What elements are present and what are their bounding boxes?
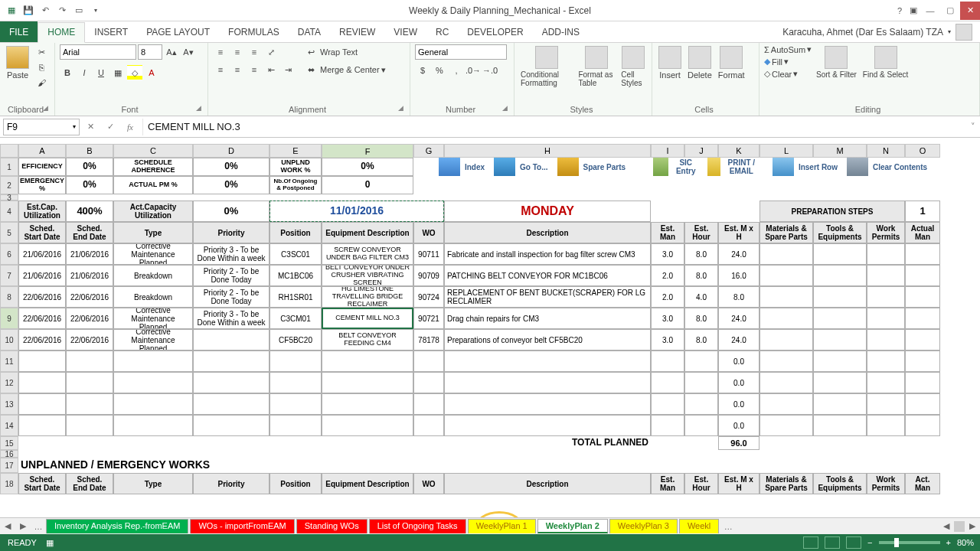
table-cell[interactable]: 8.0 xyxy=(684,308,718,329)
table-cell[interactable]: 0.0 xyxy=(718,415,760,436)
table-cell[interactable] xyxy=(905,265,940,286)
row-6[interactable]: 6 xyxy=(0,243,18,265)
row-4[interactable]: 4 xyxy=(0,201,18,222)
table-cell[interactable]: 22/06/2016 xyxy=(66,308,113,329)
row-7[interactable]: 7 xyxy=(0,265,18,286)
table-cell[interactable]: 21/06/2016 xyxy=(18,243,66,265)
hscroll-right-icon[interactable]: ▶ xyxy=(965,521,980,531)
align-center-icon[interactable]: ≡ xyxy=(230,62,245,77)
currency-icon[interactable]: $ xyxy=(415,63,430,78)
kpi-actualpm-value[interactable]: 0% xyxy=(193,176,270,194)
align-mid-icon[interactable]: ≡ xyxy=(230,44,245,60)
font-launcher-icon[interactable]: ◢ xyxy=(196,104,205,113)
qa-more-icon[interactable]: ▭ xyxy=(72,4,86,18)
row-14[interactable]: 14 xyxy=(0,415,18,436)
merge-center-button[interactable]: ⬌Merge & Center ▾ xyxy=(303,62,386,77)
table-cell[interactable]: 90711 xyxy=(413,243,444,265)
tab-rc[interactable]: RC xyxy=(426,21,458,42)
find-select-button[interactable]: Find & Select xyxy=(861,44,910,80)
tab-page-layout[interactable]: PAGE LAYOUT xyxy=(137,21,219,42)
autosum-button[interactable]: Σ AutoSum ▾ xyxy=(764,44,812,54)
index-button[interactable]: Index xyxy=(434,158,489,176)
format-as-table-button[interactable]: Format as Table xyxy=(577,44,616,89)
formula-bar[interactable]: CEMENT MILL NO.3 xyxy=(142,119,966,135)
account-name[interactable]: Karacuha, Ahmet (Dar Es Salaam) TZA xyxy=(782,27,943,37)
wrap-text-button[interactable]: ↩Wrap Text xyxy=(303,44,386,60)
table-cell[interactable]: 22/06/2016 xyxy=(18,286,66,308)
col-C[interactable]: C xyxy=(113,144,193,158)
insert-cells-button[interactable]: Insert xyxy=(657,44,683,81)
sheet-tab[interactable]: List of Ongoing Tasks xyxy=(369,519,466,533)
table-cell[interactable]: C3SC01 xyxy=(270,243,322,265)
insert-row-button[interactable]: Insert Row xyxy=(768,158,842,176)
col-K[interactable]: K xyxy=(718,144,760,158)
table-cell[interactable]: 3.0 xyxy=(651,329,684,350)
table-cell[interactable]: 21/06/2016 xyxy=(66,265,113,286)
align-top-icon[interactable]: ≡ xyxy=(213,44,228,60)
table-cell[interactable] xyxy=(905,308,940,329)
table-cell[interactable] xyxy=(867,286,905,308)
sheet-tab[interactable]: WeeklyPlan 2 xyxy=(537,519,608,533)
table-cell[interactable]: Priority 2 - To be Done Today xyxy=(193,286,270,308)
clear-button[interactable]: ◇ Clear ▾ xyxy=(764,69,812,79)
copy-icon[interactable]: ⎘ xyxy=(34,60,49,75)
borders-icon[interactable]: ▦ xyxy=(110,65,126,80)
table-cell[interactable] xyxy=(867,329,905,350)
col-I[interactable]: I xyxy=(651,144,684,158)
col-B[interactable]: B xyxy=(66,144,113,158)
comma-icon[interactable]: , xyxy=(449,63,464,78)
row-8[interactable]: 8 xyxy=(0,286,18,308)
macro-record-icon[interactable]: ▦ xyxy=(46,538,54,548)
table-cell[interactable] xyxy=(813,329,867,350)
tab-scroll-first-icon[interactable]: ◀ xyxy=(0,521,15,531)
sheet-tab[interactable]: WOs - importFromEAM xyxy=(190,519,294,533)
align-bot-icon[interactable]: ≡ xyxy=(247,44,262,60)
estcap-value[interactable]: 400% xyxy=(66,201,113,222)
sort-filter-button[interactable]: Sort & Filter xyxy=(815,44,858,80)
table-cell[interactable]: 4.0 xyxy=(684,286,718,308)
table-cell[interactable]: 22/06/2016 xyxy=(18,329,66,350)
table-cell[interactable]: 22/06/2016 xyxy=(18,308,66,329)
col-H[interactable]: H xyxy=(444,144,651,158)
fx-icon[interactable]: fx xyxy=(121,119,139,135)
table-cell[interactable]: C3CM01 xyxy=(270,308,322,329)
table-cell[interactable]: SCREW CONVEYOR UNDER BAG FILTER CM3 xyxy=(322,243,413,265)
table-cell[interactable]: Breakdown xyxy=(113,265,193,286)
kpi-unplanned-value[interactable]: 0% xyxy=(322,158,413,176)
percent-icon[interactable]: % xyxy=(432,63,447,78)
table-cell[interactable]: PATCHING BELT CONVEYOR FOR MC1BC06 xyxy=(444,265,651,286)
table-cell[interactable]: BELT CONVEYOR FEEDING CM4 xyxy=(322,329,413,350)
tab-review[interactable]: REVIEW xyxy=(330,21,384,42)
table-cell[interactable]: 2.0 xyxy=(651,286,684,308)
fill-color-icon[interactable]: ◇ xyxy=(127,65,142,80)
tab-insert[interactable]: INSERT xyxy=(85,21,137,42)
number-launcher-icon[interactable]: ◢ xyxy=(502,104,511,113)
table-cell[interactable]: CEMENT MILL NO.3 xyxy=(322,308,413,329)
table-cell[interactable]: 8.0 xyxy=(718,286,760,308)
select-all[interactable] xyxy=(0,144,18,158)
tab-data[interactable]: DATA xyxy=(289,21,330,42)
dec-decimal-icon[interactable]: →.0 xyxy=(482,63,498,78)
paste-button[interactable]: Paste xyxy=(5,44,31,81)
kpi-ongoing-value[interactable]: 0 xyxy=(322,176,413,194)
col-O[interactable]: O xyxy=(905,144,940,158)
goto-button[interactable]: Go To... xyxy=(489,158,552,176)
name-box[interactable]: F9▾ xyxy=(3,119,80,135)
table-cell[interactable]: BELT CONVEYOR UNDER CRUSHER VIBRATING SC… xyxy=(322,265,413,286)
table-cell[interactable]: Priority 3 - To be Done Within a week xyxy=(193,243,270,265)
tab-formulas[interactable]: FORMULAS xyxy=(219,21,289,42)
table-cell[interactable]: CF5BC20 xyxy=(270,329,322,350)
table-cell[interactable]: 22/06/2016 xyxy=(66,286,113,308)
sheet-tab[interactable]: WeeklyPlan 3 xyxy=(609,519,678,533)
row-10[interactable]: 10 xyxy=(0,329,18,350)
spare-parts-button[interactable]: Spare Parts xyxy=(553,158,631,176)
table-cell[interactable]: Corrective Maintenance Planned xyxy=(113,308,193,329)
table-cell[interactable]: Corrective Maintenance Planned xyxy=(113,243,193,265)
row-9[interactable]: 9 xyxy=(0,308,18,329)
decrease-font-icon[interactable]: A▾ xyxy=(181,44,196,60)
col-G[interactable]: G xyxy=(413,144,444,158)
table-cell[interactable]: RH1SR01 xyxy=(270,286,322,308)
table-cell[interactable]: MC1BC06 xyxy=(270,265,322,286)
table-cell[interactable]: 78178 xyxy=(413,329,444,350)
kpi-emergency-value[interactable]: 0% xyxy=(66,176,113,194)
